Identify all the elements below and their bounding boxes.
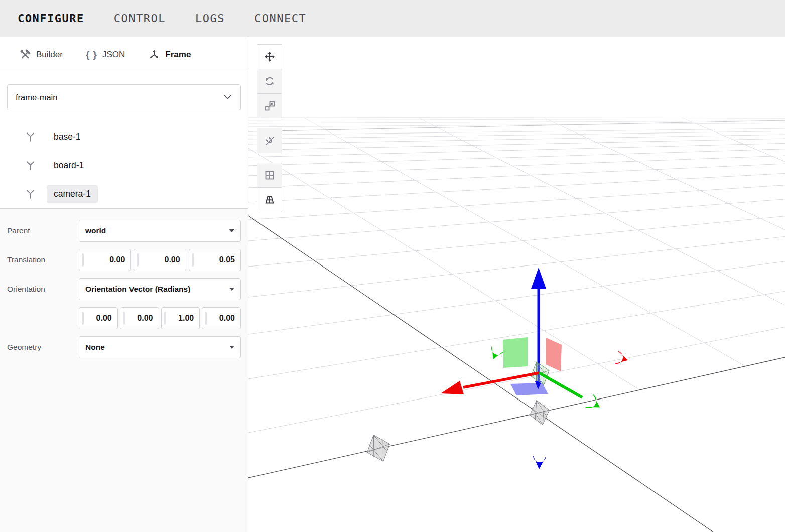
geometry-select[interactable]: None	[79, 336, 241, 358]
tab-json-label: JSON	[102, 50, 125, 60]
geometry-label: Geometry	[7, 343, 79, 352]
grid-line	[304, 118, 746, 366]
parent-select[interactable]: world	[79, 220, 241, 242]
grid-line	[248, 216, 785, 267]
drag-handle[interactable]	[164, 312, 166, 325]
scene-viewport[interactable]	[248, 37, 785, 532]
scale-icon	[264, 100, 275, 111]
world-y-axis-line	[248, 216, 713, 532]
translation-x-field	[79, 249, 131, 271]
grid-icon	[264, 170, 275, 181]
translation-y-input[interactable]	[134, 249, 186, 271]
frame-marker[interactable]	[362, 431, 395, 465]
tab-builder-label: Builder	[36, 50, 63, 60]
chevron-down-icon	[224, 95, 231, 100]
xz-plane-handle[interactable]	[546, 338, 562, 371]
neg-y-cone-handle[interactable]	[491, 346, 504, 359]
orientation-type-select[interactable]: Orientation Vector (Radians)	[79, 278, 241, 300]
nav-item-connect[interactable]: CONNECT	[254, 12, 306, 25]
nav-item-logs[interactable]: LOGS	[195, 12, 225, 25]
frame-properties: Parent world Translation	[0, 209, 248, 532]
grid-view-button[interactable]	[257, 163, 282, 188]
tab-json[interactable]: { } JSON	[86, 49, 125, 60]
frame-node-icon	[24, 188, 37, 200]
top-navigation: CONFIGURE CONTROL LOGS CONNECT	[0, 0, 785, 37]
caret-down-icon	[229, 229, 234, 232]
tree-item-base-1[interactable]: base-1	[0, 122, 248, 151]
neg-x-cone-handle[interactable]	[615, 351, 628, 364]
orientation-y-input[interactable]	[120, 307, 159, 329]
nav-item-control[interactable]: CONTROL	[114, 12, 166, 25]
config-tab-bar: Builder { } JSON Frame	[0, 37, 248, 72]
drag-handle[interactable]	[205, 312, 207, 325]
tree-item-board-1[interactable]: board-1	[0, 151, 248, 180]
tab-frame[interactable]: Frame	[148, 49, 191, 61]
caret-down-icon	[229, 288, 234, 291]
orientation-z-field	[161, 307, 200, 329]
orientation-z-input[interactable]	[161, 307, 200, 329]
drag-handle[interactable]	[123, 312, 125, 325]
scale-tool-button[interactable]	[257, 93, 282, 118]
grid-line	[248, 185, 785, 220]
xy-plane-handle[interactable]	[510, 383, 548, 395]
world-x-axis-line	[248, 357, 785, 478]
orientation-label: Orientation	[7, 285, 79, 294]
neg-z-cone-handle[interactable]	[533, 456, 546, 469]
frame-select-dropdown[interactable]: frame-main	[7, 84, 241, 110]
config-side-panel: Builder { } JSON Frame frame-main	[0, 37, 248, 532]
frame-node-icon	[24, 159, 37, 172]
nav-item-configure[interactable]: CONFIGURE	[18, 12, 84, 25]
frame-node-icon	[24, 130, 37, 143]
translation-z-field	[189, 249, 241, 271]
magnet-off-icon	[264, 135, 275, 146]
drag-handle[interactable]	[192, 253, 194, 267]
drag-handle[interactable]	[82, 253, 84, 267]
snap-toggle-button[interactable]	[257, 128, 282, 153]
x-axis-arrowhead[interactable]	[441, 381, 464, 394]
translation-z-input[interactable]	[189, 249, 241, 271]
braces-icon: { }	[86, 49, 97, 60]
grid-line	[248, 149, 785, 166]
frame-select-value: frame-main	[16, 93, 57, 102]
orientation-y-field	[120, 307, 159, 329]
y-axis-arrow-cone[interactable]	[585, 394, 600, 408]
yz-plane-handle[interactable]	[503, 337, 528, 368]
z-axis-arrowhead[interactable]	[531, 268, 546, 289]
orientation-x-input[interactable]	[79, 307, 118, 329]
horizon-fade	[248, 37, 785, 145]
scene-svg	[248, 37, 785, 532]
builder-tools-icon	[19, 49, 31, 61]
drag-handle[interactable]	[137, 253, 139, 267]
grid-line	[248, 261, 785, 334]
grid-line	[248, 164, 785, 188]
orientation-type-value: Orientation Vector (Radians)	[85, 285, 190, 294]
orientation-th-input[interactable]	[202, 307, 241, 329]
tree-item-label: camera-1	[47, 185, 98, 203]
translation-y-field	[134, 249, 186, 271]
parent-select-value: world	[85, 226, 106, 235]
parent-label: Parent	[7, 226, 79, 235]
orientation-th-field	[202, 307, 241, 329]
translation-x-input[interactable]	[79, 249, 131, 271]
frame-axes-icon	[148, 49, 160, 61]
frame-tree-section: frame-main base-1	[0, 72, 248, 208]
perspective-view-button[interactable]	[257, 187, 282, 212]
frame-marker[interactable]	[527, 398, 553, 427]
translation-label: Translation	[7, 255, 79, 264]
grid-line	[248, 143, 785, 157]
tree-item-camera-1[interactable]: camera-1	[0, 180, 248, 208]
caret-down-icon	[229, 346, 234, 349]
tab-builder[interactable]: Builder	[19, 49, 63, 61]
rotate-icon	[264, 76, 275, 87]
perspective-grid-icon	[264, 194, 275, 205]
geometry-select-value: None	[85, 343, 105, 352]
frame-tree: base-1 board-1 cam	[0, 122, 248, 208]
move-tool-button[interactable]	[257, 44, 282, 69]
drag-handle[interactable]	[82, 312, 84, 325]
grid-line	[248, 199, 785, 241]
orientation-x-field	[79, 307, 118, 329]
rotate-tool-button[interactable]	[257, 69, 282, 94]
grid-line	[248, 156, 785, 176]
grid-line	[419, 118, 785, 305]
tab-frame-label: Frame	[165, 50, 191, 60]
